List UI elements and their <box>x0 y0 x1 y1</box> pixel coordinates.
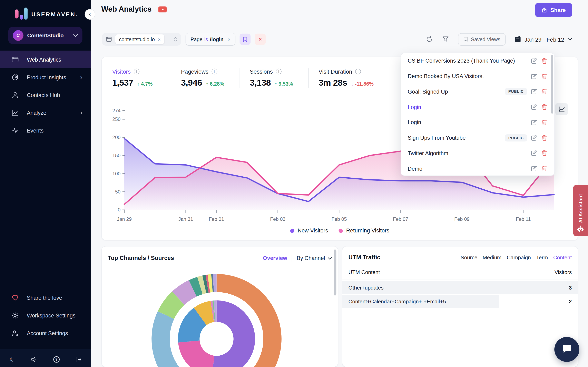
remove-filter-icon[interactable]: × <box>228 36 231 42</box>
saved-view-item[interactable]: Sign Ups From Youtube PUBLIC <box>401 130 554 145</box>
svg-text:150: 150 <box>112 153 121 158</box>
saved-view-item[interactable]: Demo <box>401 161 554 176</box>
bookmark-icon <box>242 36 247 42</box>
sidebar-item-account-settings[interactable]: Account Settings <box>0 324 91 342</box>
sidebar-item-label: Workspace Settings <box>27 312 75 318</box>
sidebar-item-web-analytics[interactable]: Web Analytics <box>0 50 91 68</box>
workspace-selector[interactable]: C ContentStudio <box>8 27 82 44</box>
chevron-right-icon: › <box>80 109 82 117</box>
share-icon <box>541 7 547 13</box>
public-badge: PUBLIC <box>505 134 527 141</box>
trash-icon[interactable] <box>541 58 547 64</box>
utm-table: UTM Content Visitors Other+updates3 Cont… <box>342 267 578 308</box>
table-row[interactable]: Other+updates3 <box>342 281 578 294</box>
tab-medium[interactable]: Medium <box>483 254 502 261</box>
logout-icon[interactable] <box>74 355 82 364</box>
header-divider <box>101 21 578 21</box>
svg-text:50: 50 <box>115 189 121 194</box>
filter-field: Page <box>190 36 202 42</box>
share-button[interactable]: Share <box>535 3 572 17</box>
sidebar-item-analyze[interactable]: Analyze › <box>0 104 91 122</box>
utm-row-label: Other+updates <box>348 284 384 291</box>
tab-overview[interactable]: Overview <box>263 255 287 261</box>
domain-sort-chevrons[interactable] <box>174 37 177 42</box>
tab-campaign[interactable]: Campaign <box>507 254 531 261</box>
saved-view-item[interactable]: Twitter Algorithm <box>401 146 554 161</box>
announcements-megaphone-icon[interactable] <box>30 355 39 364</box>
saved-view-item-active[interactable]: Login <box>401 99 554 115</box>
browser-window-icon <box>11 56 19 63</box>
sidebar-item-label: Contacts Hub <box>27 92 60 98</box>
trash-icon[interactable] <box>541 73 547 79</box>
tab-term[interactable]: Term <box>536 254 548 261</box>
edit-icon[interactable] <box>531 89 537 95</box>
channels-card-title: Top Channels / Sources <box>108 255 174 261</box>
chart-type-toggle-button[interactable] <box>555 103 568 115</box>
sidebar-item-product-insights[interactable]: Product Insights › <box>0 68 91 86</box>
edit-icon[interactable] <box>531 165 537 172</box>
saved-views-button[interactable]: Saved Views <box>458 33 506 45</box>
saved-view-item[interactable]: Goal: Signed Up PUBLIC <box>401 84 554 99</box>
edit-icon[interactable] <box>531 104 537 110</box>
edit-icon[interactable] <box>531 58 537 64</box>
edit-icon[interactable] <box>531 134 537 141</box>
edit-icon[interactable] <box>531 150 537 156</box>
trash-icon[interactable] <box>541 89 547 95</box>
sidebar-item-workspace-settings[interactable]: Workspace Settings <box>0 307 91 324</box>
legend-label: New Visitors <box>298 227 328 234</box>
svg-text:0: 0 <box>118 207 121 212</box>
filter-operator: is <box>204 36 208 42</box>
heart-icon <box>11 294 19 301</box>
bookmark-filter-button[interactable] <box>240 34 251 45</box>
saved-view-item[interactable]: CS BF Conversions 2023 (Thank You Page) <box>401 53 554 68</box>
dark-mode-moon-icon[interactable]: ☾ <box>8 355 17 364</box>
trash-icon[interactable] <box>541 165 547 172</box>
scrollbar-thumb[interactable] <box>551 55 553 114</box>
chat-widget-button[interactable] <box>554 337 579 362</box>
date-range-label: Jan 29 - Feb 12 <box>525 36 564 42</box>
svg-text:200: 200 <box>112 134 121 140</box>
tab-source[interactable]: Source <box>461 254 477 261</box>
chat-bubble-icon <box>561 344 573 355</box>
domain-chip[interactable]: contentstudio.io × <box>115 34 164 44</box>
domain-chip-label: contentstudio.io <box>119 36 155 42</box>
website-icon <box>106 36 112 42</box>
scrollbar-thumb[interactable] <box>334 249 336 295</box>
trash-icon[interactable] <box>541 119 547 125</box>
robot-icon <box>577 225 585 233</box>
date-range-picker[interactable]: Jan 29 - Feb 12 <box>514 36 572 43</box>
utm-traffic-card: UTM Traffic Source Medium Campaign Term … <box>342 246 578 367</box>
trash-icon[interactable] <box>541 134 547 141</box>
sidebar-item-share-the-love[interactable]: Share the love <box>0 289 91 307</box>
legend-returning-visitors[interactable]: Returning Visitors <box>339 227 389 234</box>
help-icon[interactable]: ? <box>52 355 61 364</box>
ai-assistant-tab[interactable]: AI Assistant <box>573 185 588 236</box>
sidebar-item-events[interactable]: Events <box>0 122 91 139</box>
clear-filters-button[interactable]: × <box>255 34 266 45</box>
youtube-tutorial-icon[interactable] <box>158 6 167 12</box>
refresh-icon[interactable] <box>425 35 433 43</box>
saved-views-label: Saved Views <box>471 36 500 42</box>
filter-bar-right: Saved Views Jan 29 - Feb 12 <box>425 33 572 45</box>
chevron-down-icon <box>73 34 78 37</box>
edit-icon[interactable] <box>531 73 537 79</box>
trash-icon[interactable] <box>541 104 547 110</box>
table-row[interactable]: Content+Calendar+Campaign+-+Email+52 <box>342 295 578 308</box>
tab-content[interactable]: Content <box>553 254 572 261</box>
remove-domain-icon[interactable]: × <box>158 36 161 42</box>
sidebar-item-contacts-hub[interactable]: Contacts Hub <box>0 86 91 104</box>
utm-col-header: Visitors <box>554 269 572 275</box>
trash-icon[interactable] <box>541 150 547 156</box>
usermaven-logo: USERMAVEN. <box>15 7 78 20</box>
page-filter-chip[interactable]: Page is /login × <box>186 33 235 46</box>
svg-text:Feb 11: Feb 11 <box>516 216 531 222</box>
saved-view-item[interactable]: Login <box>401 115 554 130</box>
sidebar-icon-bar: ☾ ? <box>0 349 91 367</box>
edit-icon[interactable] <box>531 119 537 125</box>
by-channel-dropdown[interactable]: By Channel <box>297 255 332 261</box>
sidebar-collapse-button[interactable]: ‹ <box>85 9 95 20</box>
filter-funnel-icon[interactable] <box>442 35 449 43</box>
svg-text:?: ? <box>55 357 57 361</box>
legend-new-visitors[interactable]: New Visitors <box>290 227 328 234</box>
saved-view-item[interactable]: Demo Booked By USA Visitors. <box>401 68 554 84</box>
